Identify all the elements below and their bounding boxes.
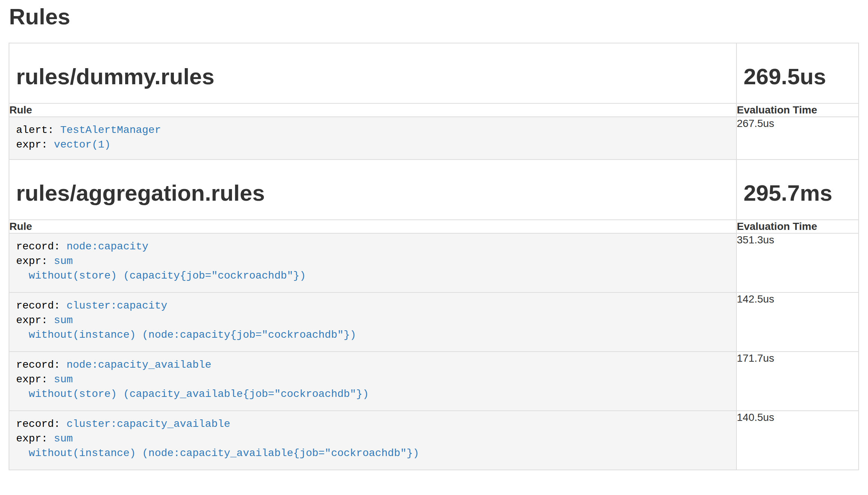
rule-code-cell: record: cluster:capacity_available expr:… — [9, 411, 736, 470]
expr-link[interactable]: sum — [54, 315, 73, 326]
record-name-link[interactable]: node:capacity_available — [66, 359, 211, 371]
expr-link[interactable]: without(instance) (node:capacity_availab… — [29, 447, 419, 459]
eval-time-column-header: Evaluation Time — [736, 220, 859, 233]
record-name-link[interactable]: cluster:capacity — [66, 300, 167, 312]
rule-code: record: cluster:capacity_available expr:… — [9, 411, 736, 470]
expr-link[interactable]: sum — [54, 374, 73, 385]
rule-eval-time: 267.5us — [736, 117, 859, 160]
code-key: expr: — [16, 374, 54, 385]
rule-row: record: node:capacity expr: sum without(… — [9, 233, 859, 292]
rule-code-cell: alert: TestAlertManager expr: vector(1) — [9, 117, 736, 160]
rule-row: alert: TestAlertManager expr: vector(1) … — [9, 117, 859, 160]
code-key: expr: — [16, 139, 54, 151]
page-title: Rules — [9, 4, 859, 29]
rule-code-cell: record: node:capacity_available expr: su… — [9, 352, 736, 411]
rule-code: alert: TestAlertManager expr: vector(1) — [9, 117, 736, 159]
code-key: expr: — [16, 433, 54, 444]
record-name-link[interactable]: cluster:capacity_available — [66, 418, 230, 430]
expr-link[interactable]: vector(1) — [54, 139, 111, 151]
code-key: record: — [16, 359, 66, 371]
code-indent — [16, 270, 29, 282]
column-header-row: Rule Evaluation Time — [9, 103, 859, 117]
expr-link[interactable]: without(store) (capacity{job="cockroachd… — [29, 270, 306, 282]
code-key: alert: — [16, 124, 60, 136]
rule-eval-time: 142.5us — [736, 292, 859, 352]
column-header-row: Rule Evaluation Time — [9, 220, 859, 233]
expr-link[interactable]: sum — [54, 433, 73, 444]
rule-row: record: cluster:capacity expr: sum witho… — [9, 292, 859, 352]
rule-row: record: cluster:capacity_available expr:… — [9, 411, 859, 470]
rule-row: record: node:capacity_available expr: su… — [9, 352, 859, 411]
group-header-row: rules/aggregation.rules 295.7ms — [9, 160, 859, 220]
rules-table: rules/dummy.rules 269.5us Rule Evaluatio… — [9, 43, 859, 470]
code-key: expr: — [16, 315, 54, 326]
rule-code: record: cluster:capacity expr: sum witho… — [9, 293, 736, 351]
rule-column-header: Rule — [9, 220, 736, 233]
code-key: record: — [16, 300, 66, 312]
rule-column-header: Rule — [9, 103, 736, 117]
group-eval-time: 295.7ms — [737, 160, 858, 213]
group-header-row: rules/dummy.rules 269.5us — [9, 43, 859, 103]
rule-code-cell: record: cluster:capacity expr: sum witho… — [9, 292, 736, 352]
code-key: expr: — [16, 255, 54, 267]
rule-code-cell: record: node:capacity expr: sum without(… — [9, 233, 736, 292]
record-name-link[interactable]: node:capacity — [66, 241, 148, 252]
group-name: rules/aggregation.rules — [9, 160, 736, 213]
rule-eval-time: 171.7us — [736, 352, 859, 411]
rule-eval-time: 140.5us — [736, 411, 859, 470]
rule-code: record: node:capacity_available expr: su… — [9, 352, 736, 410]
expr-link[interactable]: sum — [54, 255, 73, 267]
code-key: record: — [16, 418, 66, 430]
code-key: record: — [16, 241, 66, 252]
code-indent — [16, 388, 29, 400]
alert-name-link[interactable]: TestAlertManager — [60, 124, 161, 136]
rule-eval-time: 351.3us — [736, 233, 859, 292]
rules-page: Rules rules/dummy.rules 269.5us Rule Eva… — [9, 4, 859, 470]
eval-time-column-header: Evaluation Time — [736, 103, 859, 117]
group-name: rules/dummy.rules — [9, 43, 736, 97]
group-eval-time: 269.5us — [737, 43, 858, 97]
code-indent — [16, 329, 29, 341]
expr-link[interactable]: without(store) (capacity_available{job="… — [29, 388, 369, 400]
rule-code: record: node:capacity expr: sum without(… — [9, 234, 736, 292]
code-indent — [16, 447, 29, 459]
expr-link[interactable]: without(instance) (node:capacity{job="co… — [29, 329, 356, 341]
